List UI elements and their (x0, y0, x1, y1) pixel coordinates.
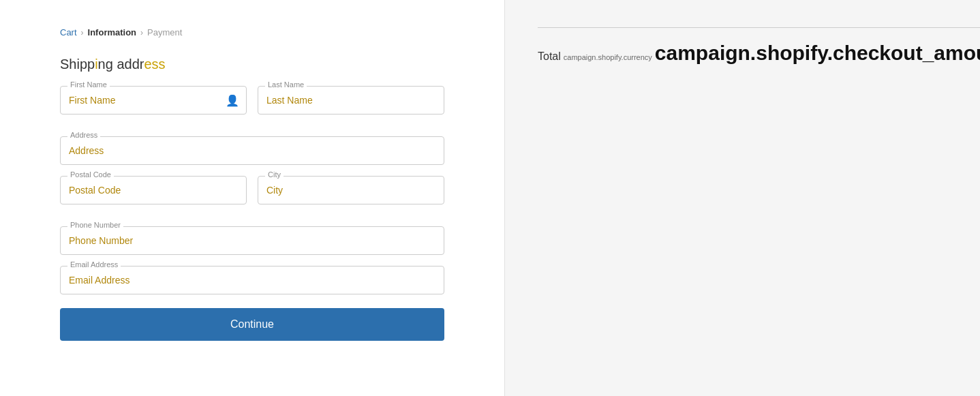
total-row: Totalcampaign.shopify.currency campaign.… (538, 42, 980, 65)
breadcrumb: Cart › Information › Payment (60, 27, 444, 37)
right-panel: Totalcampaign.shopify.currency campaign.… (504, 0, 980, 396)
total-divider (538, 27, 980, 28)
breadcrumb-cart[interactable]: Cart (60, 27, 77, 37)
phone-input[interactable] (61, 227, 444, 254)
city-wrapper: City (258, 176, 444, 204)
first-name-input[interactable] (61, 87, 246, 114)
left-panel: Cart › Information › Payment Shipping ad… (0, 0, 504, 396)
breadcrumb-payment: Payment (147, 27, 182, 37)
contact-icon: 👤 (226, 94, 239, 107)
name-row: First Name 👤 Last Name (60, 86, 444, 125)
email-wrapper: Email Address (60, 266, 444, 294)
section-title: Shipping address (60, 57, 444, 72)
postal-city-row: Postal Code City (60, 176, 444, 215)
breadcrumb-sep-2: › (140, 28, 143, 37)
first-name-wrapper: First Name 👤 (60, 86, 247, 115)
city-input[interactable] (258, 177, 444, 204)
email-input[interactable] (61, 266, 444, 294)
total-amount: campaign.shopify.checkout_amount (655, 42, 980, 65)
first-name-field: First Name 👤 (60, 86, 247, 115)
continue-button[interactable]: Continue (60, 308, 444, 341)
address-wrapper: Address (60, 136, 444, 165)
last-name-wrapper: Last Name (258, 86, 444, 115)
total-label: Total (538, 50, 561, 63)
email-field: Email Address (60, 266, 444, 294)
address-input[interactable] (61, 137, 444, 164)
address-field: Address (60, 136, 444, 165)
city-field: City (258, 176, 444, 204)
postal-code-input[interactable] (61, 177, 246, 204)
breadcrumb-information: Information (88, 27, 137, 37)
phone-field: Phone Number (60, 226, 444, 255)
phone-wrapper: Phone Number (60, 226, 444, 255)
postal-code-field: Postal Code (60, 176, 247, 204)
breadcrumb-sep-1: › (81, 28, 84, 37)
last-name-input[interactable] (258, 87, 444, 114)
total-currency: campaign.shopify.currency (564, 53, 652, 61)
last-name-field: Last Name (258, 86, 444, 115)
postal-code-wrapper: Postal Code (60, 176, 247, 204)
